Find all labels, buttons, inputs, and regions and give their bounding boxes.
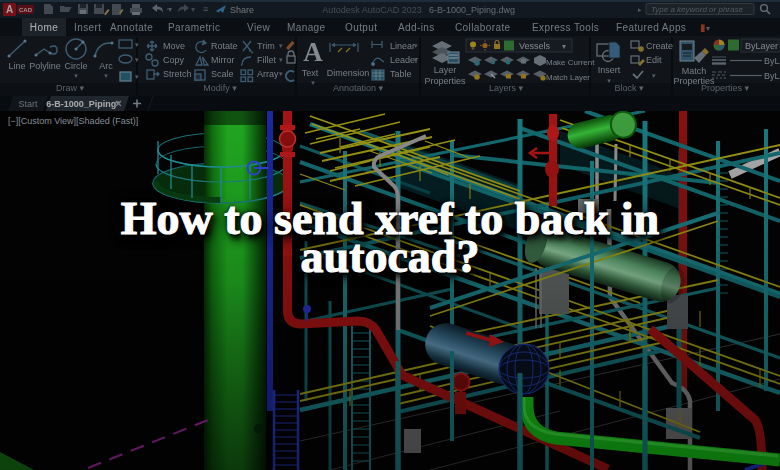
svg-text:A: A xyxy=(6,4,13,15)
svg-text:▾: ▾ xyxy=(135,41,139,48)
svg-text:▾: ▾ xyxy=(168,5,172,14)
svg-text:▾: ▾ xyxy=(414,42,418,49)
svg-text:Match Layer: Match Layer xyxy=(546,73,590,82)
svg-text:Share: Share xyxy=(230,5,254,15)
svg-text:Draw ▾: Draw ▾ xyxy=(56,83,85,93)
svg-text:Block ▾: Block ▾ xyxy=(614,83,644,93)
svg-text:6-B-1000_Piping*: 6-B-1000_Piping* xyxy=(46,99,120,109)
svg-text:Linear: Linear xyxy=(390,41,415,51)
svg-text:Polyline: Polyline xyxy=(29,61,61,71)
svg-text:▾: ▾ xyxy=(279,42,283,49)
svg-text:▾: ▾ xyxy=(191,5,195,14)
svg-text:Layers ▾: Layers ▾ xyxy=(489,83,524,93)
svg-text:▾: ▾ xyxy=(414,56,418,63)
svg-text:Edit: Edit xyxy=(646,55,662,65)
svg-text:Scale: Scale xyxy=(211,69,234,79)
svg-text:Modify ▾: Modify ▾ xyxy=(203,83,237,93)
svg-text:Mirror: Mirror xyxy=(211,55,235,65)
svg-text:▸: ▸ xyxy=(638,6,642,13)
svg-text:Rotate: Rotate xyxy=(211,41,238,51)
svg-text:Fillet: Fillet xyxy=(257,55,277,65)
svg-text:Insert: Insert xyxy=(598,65,621,75)
svg-text:▾: ▾ xyxy=(104,72,108,79)
svg-text:[−][Custom View][Shaded (Fast): [−][Custom View][Shaded (Fast)] xyxy=(8,116,138,126)
svg-text:Type a keyword or phrase: Type a keyword or phrase xyxy=(651,5,743,14)
svg-text:▾: ▾ xyxy=(607,77,611,84)
svg-text:Trim: Trim xyxy=(257,41,275,51)
svg-text:Text: Text xyxy=(302,68,319,78)
svg-text:Move: Move xyxy=(163,41,185,51)
svg-text:Vessels: Vessels xyxy=(519,41,551,51)
svg-text:Table: Table xyxy=(390,69,412,79)
svg-text:Layer: Layer xyxy=(434,65,457,75)
svg-text:6-B-1000_Piping.dwg: 6-B-1000_Piping.dwg xyxy=(429,5,515,15)
svg-text:Copy: Copy xyxy=(163,55,185,65)
svg-text:ByLayer: ByLayer xyxy=(745,41,778,51)
svg-text:▾: ▾ xyxy=(562,42,566,51)
svg-text:CAD: CAD xyxy=(19,7,33,13)
svg-text:ByLay: ByLay xyxy=(764,56,780,66)
svg-text:ByLay: ByLay xyxy=(764,71,780,81)
svg-text:Autodesk AutoCAD 2023: Autodesk AutoCAD 2023 xyxy=(322,5,422,15)
svg-text:Properties ▾: Properties ▾ xyxy=(701,83,750,93)
svg-text:≡: ≡ xyxy=(203,4,208,14)
svg-text:▾: ▾ xyxy=(652,72,656,79)
svg-text:Match: Match xyxy=(682,66,707,76)
svg-text:Arc: Arc xyxy=(99,61,113,71)
svg-text:Line: Line xyxy=(8,61,25,71)
svg-text:Create: Create xyxy=(646,41,673,51)
svg-text:Properties: Properties xyxy=(424,76,466,86)
svg-text:A: A xyxy=(303,37,323,67)
svg-text:▾: ▾ xyxy=(135,56,139,63)
svg-text:Make Current: Make Current xyxy=(546,58,595,67)
svg-text:▾: ▾ xyxy=(311,79,315,86)
svg-text:Stretch: Stretch xyxy=(163,69,192,79)
svg-text:▾: ▾ xyxy=(135,73,139,80)
svg-text:Dimension: Dimension xyxy=(327,68,370,78)
svg-text:▾: ▾ xyxy=(74,72,78,79)
svg-text:▾: ▾ xyxy=(279,56,283,63)
svg-text:Start: Start xyxy=(18,99,38,109)
svg-text:▾: ▾ xyxy=(279,70,283,77)
svg-text:Array: Array xyxy=(257,69,279,79)
svg-text:Circle: Circle xyxy=(64,61,87,71)
svg-text:Annotation ▾: Annotation ▾ xyxy=(333,83,384,93)
